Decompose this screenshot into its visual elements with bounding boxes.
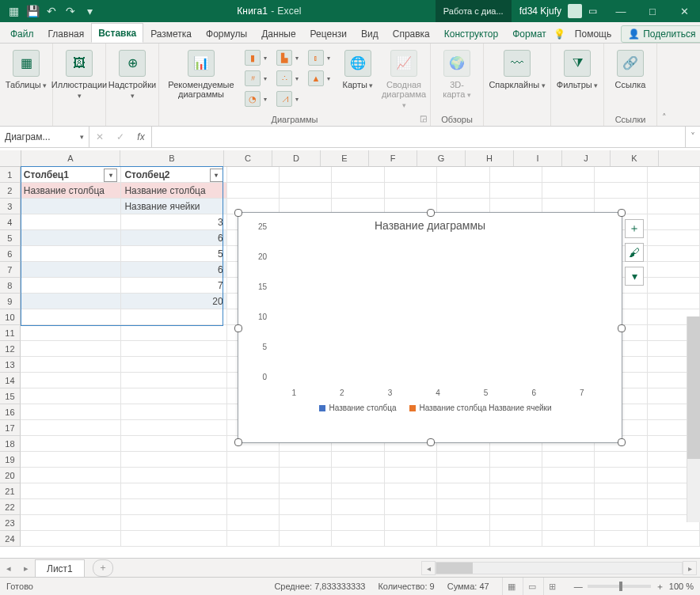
qat-customize-icon[interactable]: ▾ <box>82 4 97 18</box>
zoom-slider[interactable] <box>588 585 651 588</box>
cell-A13[interactable] <box>21 357 122 373</box>
sheet-nav-next-icon[interactable]: ▸ <box>17 563 35 574</box>
cell-H1[interactable] <box>490 167 542 183</box>
chart-handle[interactable] <box>618 438 626 446</box>
cell-H23[interactable] <box>490 515 542 531</box>
expand-formula-bar-icon[interactable]: ˅ <box>685 127 700 147</box>
cell-A19[interactable] <box>21 452 122 468</box>
cell-A22[interactable] <box>21 499 122 515</box>
cell-B22[interactable] <box>121 499 226 515</box>
col-header-I[interactable]: I <box>514 150 562 166</box>
cell-A8[interactable] <box>21 278 122 294</box>
cell-F20[interactable] <box>385 468 437 483</box>
cell-J23[interactable] <box>595 515 647 531</box>
cell-E24[interactable] <box>332 531 384 547</box>
cell-F22[interactable] <box>385 499 437 515</box>
row-header[interactable]: 5 <box>0 230 21 246</box>
cell-B6[interactable]: 5 <box>121 246 226 262</box>
cell-B7[interactable]: 6 <box>121 262 226 278</box>
cell-J2[interactable] <box>595 183 647 199</box>
cell-A6[interactable] <box>21 246 122 262</box>
cell-K7[interactable] <box>648 262 700 278</box>
scrollbar-thumb[interactable] <box>687 316 700 459</box>
hierarchy-chart-button[interactable]: ▙▾ <box>273 48 302 67</box>
cell-F21[interactable] <box>385 483 437 499</box>
row-header[interactable]: 8 <box>0 278 21 294</box>
cell-B11[interactable] <box>121 325 226 341</box>
col-header-G[interactable]: G <box>417 150 466 166</box>
row-header[interactable]: 21 <box>0 483 21 499</box>
pivotchart-button[interactable]: 📈Сводная диаграмма <box>382 47 425 110</box>
cell-A21[interactable] <box>21 483 122 499</box>
cell-B15[interactable] <box>121 388 226 404</box>
col-header-A[interactable]: A <box>21 150 120 166</box>
select-all-corner[interactable] <box>0 150 21 166</box>
cell-E22[interactable] <box>332 499 384 515</box>
tables-button[interactable]: ▦Таблицы <box>5 47 48 90</box>
cell-B3[interactable]: Название ячейки <box>121 199 226 214</box>
cell-F19[interactable] <box>385 452 437 468</box>
cell-B19[interactable] <box>121 452 226 468</box>
chart-handle[interactable] <box>427 209 435 217</box>
cell-E23[interactable] <box>332 515 384 531</box>
cell-A4[interactable] <box>21 214 122 230</box>
tab-help[interactable]: Справка <box>386 24 437 43</box>
illustrations-button[interactable]: 🖼Иллюстрации <box>58 47 101 100</box>
cell-D24[interactable] <box>280 531 332 547</box>
zoom-out-icon[interactable]: — <box>574 582 583 591</box>
row-header[interactable]: 14 <box>0 373 21 388</box>
row-header[interactable]: 24 <box>0 531 21 547</box>
tell-me-icon[interactable]: 💡 <box>554 28 565 40</box>
scatter-chart-button[interactable]: ∴▾ <box>273 69 302 88</box>
maximize-button[interactable]: □ <box>637 0 668 22</box>
cell-A16[interactable] <box>21 404 122 420</box>
cell-J1[interactable] <box>595 167 647 183</box>
tab-file[interactable]: Файл <box>3 24 41 43</box>
cell-F1[interactable] <box>385 167 437 183</box>
addins-button[interactable]: ⊕Надстройки <box>111 47 154 100</box>
sheet-tab-active[interactable]: Лист1 <box>35 559 85 578</box>
cell-B2[interactable]: Название столбца <box>121 183 226 199</box>
cell-K6[interactable] <box>648 246 700 262</box>
bar-chart-button[interactable]: ▮▾ <box>242 48 270 67</box>
namebox-dropdown-icon[interactable]: ▾ <box>80 133 84 141</box>
vertical-scrollbar[interactable] <box>687 316 700 522</box>
charts-dialog-launcher-icon[interactable]: ◲ <box>420 114 427 123</box>
cell-K8[interactable] <box>648 278 700 294</box>
cell-A11[interactable] <box>21 325 122 341</box>
cell-A7[interactable] <box>21 262 122 278</box>
col-header-K[interactable]: K <box>611 150 659 166</box>
undo-icon[interactable]: ↶ <box>44 4 59 18</box>
cell-A5[interactable] <box>21 230 122 246</box>
row-header[interactable]: 22 <box>0 499 21 515</box>
new-sheet-button[interactable]: ＋ <box>93 559 113 577</box>
col-header-E[interactable]: E <box>321 150 369 166</box>
cell-D19[interactable] <box>280 452 332 468</box>
filters-button[interactable]: ⧩Фильтры <box>556 47 599 90</box>
cancel-formula-icon[interactable]: ✕ <box>89 131 110 142</box>
tab-chart-format[interactable]: Формат <box>505 24 554 43</box>
cell-J24[interactable] <box>595 531 647 547</box>
hscroll-right-icon[interactable]: ▸ <box>683 561 697 575</box>
cell-A9[interactable] <box>21 294 122 309</box>
row-header[interactable]: 15 <box>0 388 21 404</box>
chart-handle[interactable] <box>234 324 242 332</box>
chart-filters-button[interactable]: ▾ <box>625 267 644 286</box>
cell-D23[interactable] <box>280 515 332 531</box>
fx-icon[interactable]: fx <box>131 131 151 142</box>
cell-C24[interactable] <box>227 531 280 547</box>
cell-K5[interactable] <box>648 230 700 246</box>
cell-B23[interactable] <box>121 515 226 531</box>
cell-K24[interactable] <box>648 531 700 547</box>
cell-B13[interactable] <box>121 357 226 373</box>
cell-A2[interactable]: Название столбца <box>21 183 122 199</box>
cell-J20[interactable] <box>595 468 647 483</box>
recommended-charts-button[interactable]: 📊Рекомендуемые диаграммы <box>164 47 238 99</box>
statistic-chart-button[interactable]: ⫾▾ <box>305 48 333 67</box>
cell-C19[interactable] <box>227 452 280 468</box>
combo-chart-button[interactable]: ⩘▾ <box>273 89 302 108</box>
cell-E21[interactable] <box>332 483 384 499</box>
zoom-in-icon[interactable]: ＋ <box>656 581 664 593</box>
cell-E2[interactable] <box>332 183 384 199</box>
row-header[interactable]: 17 <box>0 420 21 436</box>
